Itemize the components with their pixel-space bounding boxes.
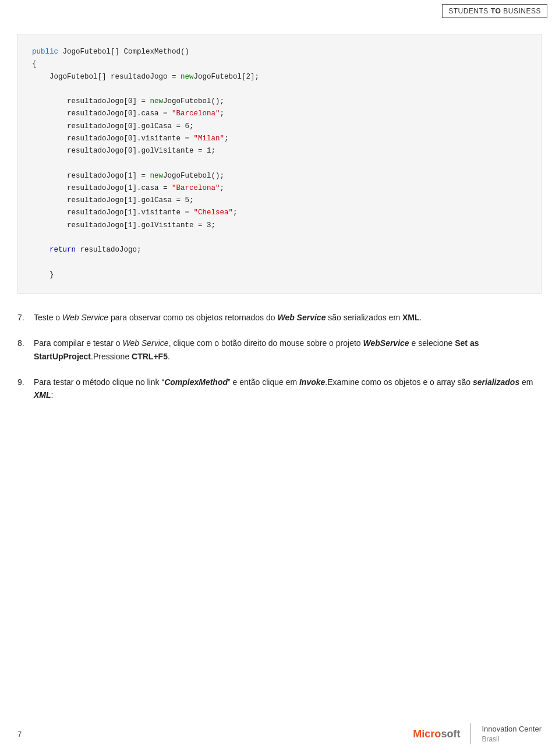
- innovation-bottom: Brasil: [482, 734, 542, 744]
- brand-business: BUSINESS: [503, 7, 541, 15]
- code-line-1: public JogoFutebol[] ComplexMethod(): [32, 46, 527, 58]
- innovation-center-text: Innovation Center Brasil: [482, 724, 542, 744]
- section-8-number: 8.: [17, 337, 29, 363]
- code-line-3: JogoFutebol[] resultadoJogo = newJogoFut…: [32, 71, 527, 83]
- code-line-6: resultadoJogo[0].casa = "Barcelona";: [32, 108, 527, 120]
- section-8: 8. Para compilar e testar o Web Service,…: [17, 337, 542, 363]
- code-line-15: resultadoJogo[1].golVisitante = 3;: [32, 220, 527, 232]
- code-line-16: [32, 232, 527, 244]
- brand-students: STUDENTS: [448, 7, 489, 15]
- section-7-number: 7.: [17, 311, 29, 324]
- footer-logo: Microsoft Innovation Center Brasil: [413, 723, 542, 744]
- brand-badge: STUDENTS TO BUSINESS: [442, 4, 547, 18]
- page-header: STUDENTS TO BUSINESS: [0, 0, 559, 22]
- page-number: 7: [17, 730, 22, 739]
- code-line-7: resultadoJogo[0].golCasa = 6;: [32, 121, 527, 133]
- code-line-18: [32, 256, 527, 269]
- code-line-10: [32, 157, 527, 169]
- code-line-17: return resultadoJogo;: [32, 244, 527, 256]
- page-footer: 7 Microsoft Innovation Center Brasil: [0, 723, 559, 744]
- section-7-text: Teste o Web Service para observar como o…: [34, 311, 542, 324]
- code-line-4: [32, 83, 527, 96]
- code-line-8: resultadoJogo[0].visitante = "Milan";: [32, 133, 527, 145]
- code-block: public JogoFutebol[] ComplexMethod() { J…: [17, 34, 542, 294]
- brand-to: TO: [491, 7, 501, 15]
- section-8-text: Para compilar e testar o Web Service, cl…: [34, 337, 542, 363]
- code-line-2: {: [32, 58, 527, 70]
- section-7: 7. Teste o Web Service para observar com…: [17, 311, 542, 324]
- main-content: public JogoFutebol[] ComplexMethod() { J…: [0, 22, 559, 432]
- section-9-text: Para testar o método clique no link “Com…: [34, 376, 542, 402]
- section-9: 9. Para testar o método clique no link “…: [17, 376, 542, 402]
- code-line-14: resultadoJogo[1].visitante = "Chelsea";: [32, 207, 527, 219]
- code-line-19: }: [32, 269, 527, 281]
- section-9-number: 9.: [17, 376, 29, 402]
- microsoft-logo-text: Microsoft: [413, 728, 460, 740]
- code-line-12: resultadoJogo[1].casa = "Barcelona";: [32, 182, 527, 195]
- code-line-11: resultadoJogo[1] = newJogoFutebol();: [32, 170, 527, 182]
- code-line-9: resultadoJogo[0].golVisitante = 1;: [32, 145, 527, 157]
- code-line-5: resultadoJogo[0] = newJogoFutebol();: [32, 96, 527, 108]
- code-line-13: resultadoJogo[1].golCasa = 5;: [32, 195, 527, 207]
- innovation-top: Innovation Center: [482, 724, 542, 734]
- footer-divider: [470, 723, 471, 744]
